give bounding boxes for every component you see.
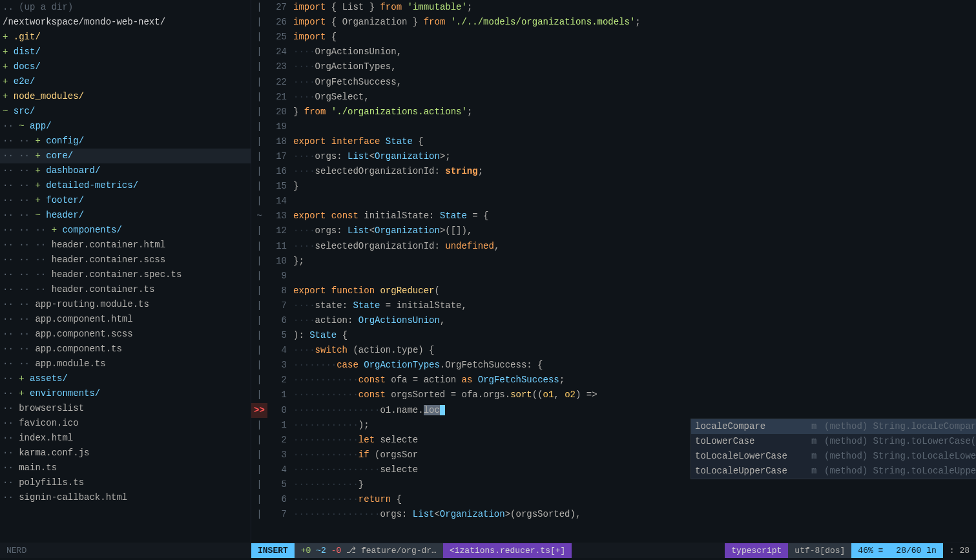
code-content[interactable]: ····selectedOrganizationId: undefined, <box>293 239 976 254</box>
code-content[interactable]: ): State { <box>293 328 976 343</box>
file-tree-item[interactable]: ·· favicon.ico <box>0 416 251 431</box>
code-content[interactable]: }; <box>293 254 976 269</box>
file-tree-item[interactable]: ·· index.html <box>0 431 251 446</box>
code-content[interactable]: ····selectedOrganizationId: string; <box>293 164 976 179</box>
code-line[interactable]: |23····OrgActionTypes, <box>251 59 976 74</box>
code-line[interactable]: |12····orgs: List<Organization>([]), <box>251 223 976 238</box>
code-content[interactable]: ················orgs: List<Organization>… <box>293 507 976 522</box>
code-line[interactable]: |4····switch (action.type) { <box>251 343 976 358</box>
code-content[interactable]: ····OrgFetchSuccess, <box>293 75 976 90</box>
file-tree-updir[interactable]: .. (up a dir) <box>0 0 251 15</box>
file-tree-item[interactable]: ·· ·· ·· + components/ <box>0 223 251 238</box>
file-tree-sidebar[interactable]: .. (up a dir) /nextworkspace/mondo-web-n… <box>0 0 251 543</box>
code-content[interactable]: import { <box>293 30 976 45</box>
file-tree-item[interactable]: + docs/ <box>0 59 251 74</box>
file-tree-item[interactable]: + .git/ <box>0 30 251 45</box>
completion-item[interactable]: localeComparem(method) String.localeComp… <box>691 419 976 434</box>
code-line[interactable]: |26import { Organization } from './../mo… <box>251 15 976 30</box>
completion-item[interactable]: toLocaleLowerCasem(method) String.toLoca… <box>691 449 976 464</box>
code-content[interactable]: ············const orgsSorted = ofa.orgs.… <box>293 388 976 402</box>
file-tree-item[interactable]: ·· ·· + footer/ <box>0 193 251 208</box>
file-tree-item[interactable]: ·· karma.conf.js <box>0 446 251 461</box>
code-line[interactable]: |14 <box>251 194 976 209</box>
code-line[interactable]: |22····OrgFetchSuccess, <box>251 74 976 89</box>
completion-item[interactable]: toLowerCasem(method) String.toLowerCase(… <box>691 434 976 449</box>
file-tree-item[interactable]: ~ src/ <box>0 104 251 119</box>
code-line[interactable]: |8export function orgReducer( <box>251 284 976 298</box>
code-content[interactable]: import { List } from 'immutable'; <box>293 0 976 15</box>
code-line[interactable]: |27import { List } from 'immutable'; <box>251 0 976 15</box>
code-content[interactable]: ············} <box>293 477 976 492</box>
code-line[interactable]: |24····OrgActionsUnion, <box>251 45 976 59</box>
file-tree-item[interactable]: ·· ·· app.module.ts <box>0 357 251 371</box>
code-content[interactable]: ····switch (action.type) { <box>293 343 976 358</box>
code-line[interactable]: |18export interface State { <box>251 134 976 149</box>
file-tree-item[interactable]: ·· ·· ·· header.container.spec.ts <box>0 267 251 282</box>
file-tree-item[interactable]: ·· ·· app-routing.module.ts <box>0 297 251 312</box>
code-line[interactable]: |5············} <box>251 477 976 492</box>
code-line[interactable]: |9 <box>251 269 976 284</box>
code-line[interactable]: >>0················o1.name.loc <box>251 403 976 418</box>
code-content[interactable]: ····OrgActionsUnion, <box>293 45 976 59</box>
code-line[interactable]: |1············const orgsSorted = ofa.org… <box>251 388 976 402</box>
code-content[interactable]: ····action: OrgActionsUnion, <box>293 313 976 328</box>
code-line[interactable]: |25import { <box>251 30 976 45</box>
file-tree-item[interactable]: ·· polyfills.ts <box>0 475 251 490</box>
code-line[interactable]: |2············const ofa = action as OrgF… <box>251 373 976 388</box>
code-content[interactable]: export const initialState: State = { <box>293 209 976 223</box>
completion-popup[interactable]: localeComparem(method) String.localeComp… <box>690 419 976 479</box>
file-tree-item[interactable]: ·· ·· app.component.scss <box>0 327 251 342</box>
file-tree-item[interactable]: ·· + environments/ <box>0 386 251 401</box>
code-content[interactable]: import { Organization } from './../model… <box>293 15 976 30</box>
code-line[interactable]: |3········case OrgActionTypes.OrgFetchSu… <box>251 358 976 373</box>
code-line[interactable]: |7····state: State = initialState, <box>251 298 976 313</box>
code-content[interactable]: ················o1.name.loc <box>293 403 976 418</box>
code-content[interactable]: } <box>293 179 976 194</box>
code-editor[interactable]: |27import { List } from 'immutable';|26i… <box>251 0 976 543</box>
code-content[interactable]: export function orgReducer( <box>293 284 976 298</box>
code-line[interactable]: |21····OrgSelect, <box>251 90 976 105</box>
code-line[interactable]: |7················orgs: List<Organizatio… <box>251 507 976 522</box>
code-line[interactable]: |6····action: OrgActionsUnion, <box>251 313 976 328</box>
code-line[interactable]: |20} from './organizations.actions'; <box>251 105 976 119</box>
code-content[interactable]: export interface State { <box>293 134 976 149</box>
file-tree-item[interactable]: ·· ·· ~ header/ <box>0 208 251 223</box>
code-line[interactable]: |17····orgs: List<Organization>; <box>251 149 976 164</box>
file-tree-item[interactable]: + e2e/ <box>0 74 251 89</box>
file-tree-item[interactable]: + node_modules/ <box>0 89 251 104</box>
code-content[interactable]: ····orgs: List<Organization>([]), <box>293 223 976 238</box>
file-tree-item[interactable]: ·· ·· ·· header.container.html <box>0 238 251 253</box>
code-content[interactable]: ············return { <box>293 492 976 507</box>
file-tree-item[interactable]: ·· ·· + config/ <box>0 134 251 149</box>
completion-item[interactable]: toLocaleUpperCasem(method) String.toLoca… <box>691 464 976 479</box>
file-tree-item[interactable]: ·· ·· + detailed-metrics/ <box>0 178 251 193</box>
code-line[interactable]: ~13export const initialState: State = { <box>251 209 976 223</box>
code-content[interactable]: ····OrgSelect, <box>293 90 976 105</box>
code-line[interactable]: |19 <box>251 119 976 134</box>
file-tree-item[interactable]: ·· ·· ·· header.container.ts <box>0 282 251 297</box>
code-content[interactable]: ········case OrgActionTypes.OrgFetchSucc… <box>293 358 976 373</box>
code-content[interactable]: } from './organizations.actions'; <box>293 105 976 119</box>
code-line[interactable]: |6············return { <box>251 492 976 507</box>
file-tree-item[interactable]: ·· ·· ·· header.container.scss <box>0 253 251 267</box>
code-content[interactable]: ····state: State = initialState, <box>293 298 976 313</box>
file-tree-item[interactable]: ·· main.ts <box>0 461 251 475</box>
code-line[interactable]: |15} <box>251 179 976 194</box>
code-content[interactable]: ············const ofa = action as OrgFet… <box>293 373 976 388</box>
code-line[interactable]: |10}; <box>251 254 976 269</box>
file-tree-item[interactable]: ·· ·· app.component.ts <box>0 342 251 357</box>
file-tree-item[interactable]: + dist/ <box>0 45 251 59</box>
file-tree-item[interactable]: ·· ·· + core/ <box>0 149 251 163</box>
file-tree-item[interactable]: ·· browserslist <box>0 401 251 416</box>
file-tree-item[interactable]: ·· ·· app.component.html <box>0 312 251 327</box>
file-tree-item[interactable]: ·· ·· + dashboard/ <box>0 163 251 178</box>
code-line[interactable]: |11····selectedOrganizationId: undefined… <box>251 239 976 254</box>
code-content[interactable]: ····orgs: List<Organization>; <box>293 149 976 164</box>
file-tree-item[interactable]: ·· + assets/ <box>0 371 251 386</box>
code-line[interactable]: |5): State { <box>251 328 976 343</box>
code-line[interactable]: |16····selectedOrganizationId: string; <box>251 164 976 179</box>
line-number: 11 <box>267 239 293 254</box>
code-content[interactable]: ····OrgActionTypes, <box>293 59 976 74</box>
file-tree-item[interactable]: ·· ~ app/ <box>0 119 251 134</box>
file-tree-item[interactable]: ·· signin-callback.html <box>0 490 251 505</box>
